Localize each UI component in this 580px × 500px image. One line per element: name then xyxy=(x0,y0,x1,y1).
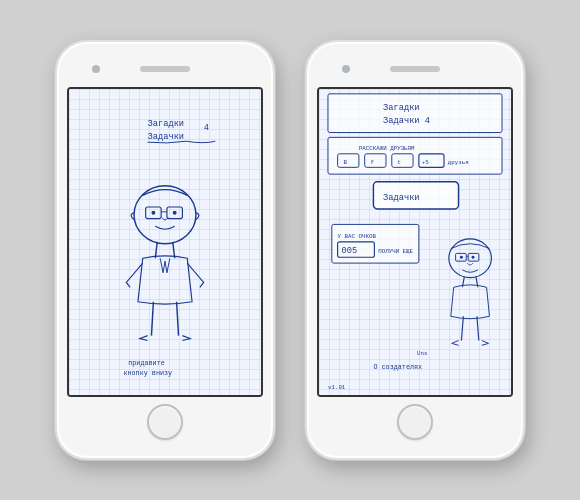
svg-line-44 xyxy=(461,317,463,341)
camera-left xyxy=(92,65,100,73)
svg-point-3 xyxy=(134,186,196,244)
svg-text:4: 4 xyxy=(204,123,209,133)
screen-inner-left: Загадки Задачки 4 xyxy=(69,89,261,395)
svg-text:ПОЛУЧИ ЕЩЕ: ПОЛУЧИ ЕЩЕ xyxy=(378,249,413,256)
svg-text:У ВАС ОЧКОВ: У ВАС ОЧКОВ xyxy=(338,233,377,240)
svg-point-8 xyxy=(173,211,177,215)
screen-left: Загадки Задачки 4 xyxy=(67,87,263,397)
svg-text:+5: +5 xyxy=(422,160,429,167)
svg-text:Uns: Uns xyxy=(417,350,427,357)
screen-right: Загадки Задачки 4 РАССКАЖИ ДРУЗЬЯМ B f t… xyxy=(317,87,513,397)
speaker-right xyxy=(390,66,440,72)
svg-line-11 xyxy=(151,302,153,336)
phone-right: Загадки Задачки 4 РАССКАЖИ ДРУЗЬЯМ B f t… xyxy=(305,40,525,460)
phone-top-left xyxy=(67,54,263,83)
svg-text:Задачки 4: Задачки 4 xyxy=(383,116,430,126)
svg-text:Загадки: Загадки xyxy=(383,104,420,114)
screen-inner-right: Загадки Задачки 4 РАССКАЖИ ДРУЗЬЯМ B f t… xyxy=(319,89,511,395)
sketch-left: Загадки Задачки 4 xyxy=(69,89,261,395)
svg-text:кнопку внизу: кнопку внизу xyxy=(123,370,172,378)
svg-text:005: 005 xyxy=(341,247,357,257)
phone-bottom-left xyxy=(147,397,183,446)
svg-text:Задачки: Задачки xyxy=(148,133,185,143)
svg-point-7 xyxy=(151,211,155,215)
svg-point-40 xyxy=(460,256,463,259)
svg-line-45 xyxy=(477,317,479,341)
svg-text:придавите: придавите xyxy=(128,359,165,367)
svg-text:Задачки: Задачки xyxy=(383,194,420,204)
phone-bottom-right xyxy=(397,397,433,446)
speaker-left xyxy=(140,66,190,72)
home-button-right[interactable] xyxy=(397,404,433,440)
svg-line-12 xyxy=(177,302,179,336)
sketch-right: Загадки Задачки 4 РАССКАЖИ ДРУЗЬЯМ B f t… xyxy=(319,89,511,395)
svg-text:B: B xyxy=(343,160,347,167)
svg-text:Загадки: Загадки xyxy=(148,119,185,129)
svg-text:v1.01: v1.01 xyxy=(328,384,346,391)
svg-text:О создателях: О создателях xyxy=(373,364,422,372)
phone-left: Загадки Задачки 4 xyxy=(55,40,275,460)
camera-right xyxy=(342,65,350,73)
home-button-left[interactable] xyxy=(147,404,183,440)
phone-top-right xyxy=(317,54,513,83)
svg-text:друзья: друзья xyxy=(448,160,469,167)
svg-text:f: f xyxy=(371,160,375,167)
svg-rect-18 xyxy=(328,138,502,175)
svg-text:РАССКАЖИ ДРУЗЬЯМ: РАССКАЖИ ДРУЗЬЯМ xyxy=(359,145,415,152)
svg-text:t: t xyxy=(398,160,401,167)
svg-point-41 xyxy=(472,256,475,259)
